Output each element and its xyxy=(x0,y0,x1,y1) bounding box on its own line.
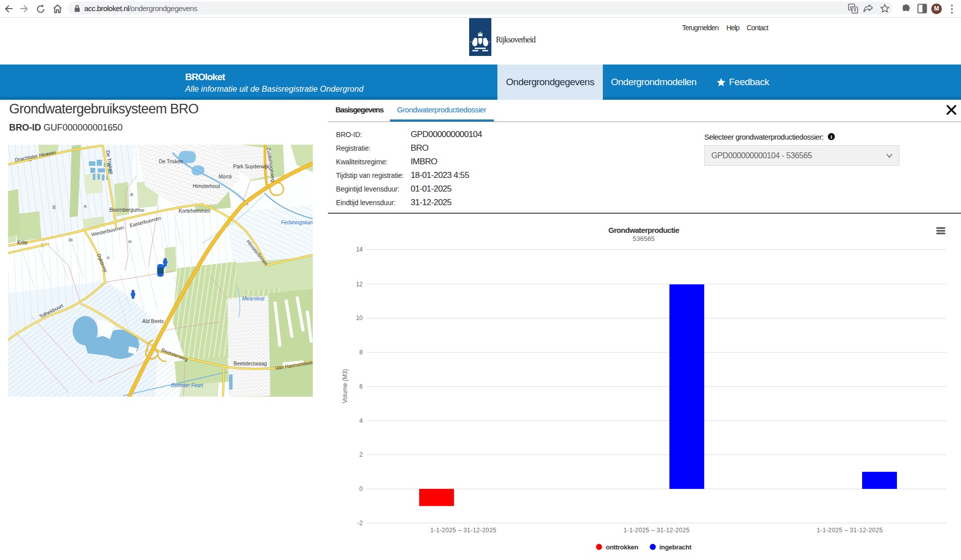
svg-text:Boornbergum: Boornbergum xyxy=(109,207,140,213)
svg-text:Beetsterzwaag: Beetsterzwaag xyxy=(234,361,267,366)
svg-text:4: 4 xyxy=(359,417,363,424)
svg-text:-2: -2 xyxy=(357,520,363,527)
svg-text:10: 10 xyxy=(356,315,363,322)
svg-text:Grondwaterproductie: Grondwaterproductie xyxy=(608,226,679,234)
svg-text:Himsterhout: Himsterhout xyxy=(193,183,220,189)
svg-text:14: 14 xyxy=(356,246,363,253)
svg-text:Volume (M3): Volume (M3) xyxy=(342,369,349,403)
svg-text:0: 0 xyxy=(359,485,363,492)
svg-text:onttrokken: onttrokken xyxy=(606,543,639,551)
svg-text:Beetster Feart: Beetster Feart xyxy=(171,383,204,388)
svg-text:1-1-2025 – 31-12-2025: 1-1-2025 – 31-12-2025 xyxy=(624,527,690,534)
svg-text:De Trisken: De Trisken xyxy=(159,159,183,164)
svg-text:Ald Beets: Ald Beets xyxy=(142,319,164,324)
svg-text:8: 8 xyxy=(359,349,363,356)
svg-text:6: 6 xyxy=(359,383,363,390)
svg-text:Krite: Krite xyxy=(17,240,28,245)
svg-text:ingebracht: ingebracht xyxy=(659,543,692,551)
svg-text:Mearsleat: Mearsleat xyxy=(242,296,265,301)
svg-text:2: 2 xyxy=(359,451,363,458)
svg-text:Kortehemmen: Kortehemmen xyxy=(179,208,210,214)
svg-text:Park Suyderwijk: Park Suyderwijk xyxy=(233,164,270,169)
svg-text:536565: 536565 xyxy=(633,235,654,242)
svg-text:12: 12 xyxy=(356,281,363,288)
svg-text:Morrà: Morrà xyxy=(218,174,232,179)
svg-text:1-1-2025 – 31-12-2025: 1-1-2025 – 31-12-2025 xyxy=(817,527,883,534)
svg-text:1-1-2025 – 31-12-2025: 1-1-2025 – 31-12-2025 xyxy=(430,527,496,534)
svg-text:Ferbiningskanaal: Ferbiningskanaal xyxy=(281,220,313,225)
